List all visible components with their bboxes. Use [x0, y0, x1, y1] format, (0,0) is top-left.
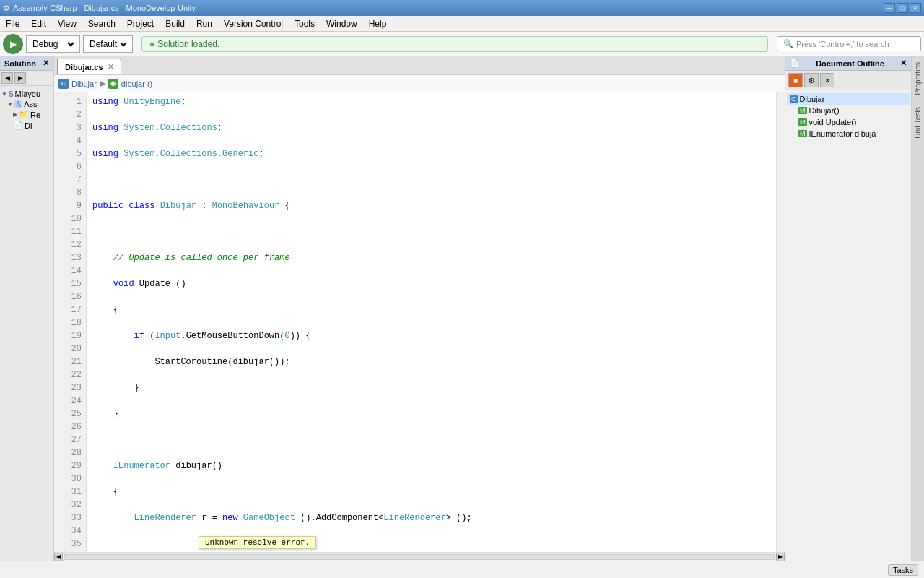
menu-run[interactable]: Run [191, 16, 218, 31]
title-icon: ⚙ [3, 4, 10, 13]
menu-window[interactable]: Window [321, 16, 363, 31]
code-editor[interactable]: 12345 678910 1112131415 1617181920 21222… [54, 92, 785, 552]
menu-search[interactable]: Search [82, 16, 121, 31]
hscroll-left[interactable]: ◀ [54, 553, 63, 561]
run-button[interactable] [3, 34, 23, 54]
nav-back[interactable]: ◀ [1, 72, 13, 84]
close-button[interactable]: ✕ [910, 3, 921, 13]
outline-item-dibujar-class[interactable]: C Dibujar [787, 93, 910, 105]
outline-header: 📄 Document Outline ✕ [785, 56, 911, 71]
tab-label: Dibujar.cs [65, 63, 103, 72]
editor-scrollbar[interactable] [776, 92, 785, 552]
nav-forward[interactable]: ▶ [14, 72, 26, 84]
line-numbers: 12345 678910 1112131415 1617181920 21222… [54, 92, 87, 552]
solution-panel: Solution ✕ ◀ ▶ ▼ S Mlayou ▼ A Ass ▶ 📁 Re [0, 56, 54, 561]
menu-project[interactable]: Project [121, 16, 160, 31]
tree-item-solution[interactable]: ▼ S Mlayou [1, 89, 52, 99]
vtab-properties[interactable]: Properties [912, 56, 923, 101]
tree-solution-label: Mlayou [15, 90, 40, 98]
outline-btn-3[interactable]: ✕ [820, 73, 834, 87]
outline-method-icon-3: M [798, 130, 807, 137]
debug-dropdown[interactable]: Debug Release [26, 35, 80, 53]
minimize-button[interactable]: ─ [884, 3, 895, 13]
outline-close-icon[interactable]: ✕ [900, 59, 907, 68]
menu-view[interactable]: View [52, 16, 82, 31]
sidebar-nav: ◀ ▶ [0, 71, 53, 86]
outline-item-dibujar[interactable]: M IEnumerator dibuja [787, 128, 910, 139]
outline-constructor-label: Dibujar() [809, 106, 840, 115]
outline-class-label: Dibujar [800, 95, 825, 103]
default-select[interactable]: Default [87, 38, 129, 50]
error-tooltip: Unknown resolve error. [199, 536, 316, 549]
solution-tree: ▼ S Mlayou ▼ A Ass ▶ 📁 Re 📄 Di [0, 86, 53, 134]
window-title: Assembly-CSharp - Dibujar.cs - MonoDevel… [13, 4, 196, 12]
outline-item-update[interactable]: M void Update() [787, 116, 910, 128]
tree-item-references[interactable]: ▶ 📁 Re [1, 109, 52, 120]
breadcrumb-bar: C Dibujar ▶ ◉ dibujar () [54, 75, 785, 92]
debug-select[interactable]: Debug Release [30, 38, 77, 50]
menu-build[interactable]: Build [160, 16, 191, 31]
outline-tree: C Dibujar M Dibujar() M void Update() M … [785, 90, 911, 142]
search-box[interactable]: 🔍 Press 'Control+,' to search [777, 36, 921, 51]
status-loaded: ● Solution loaded. [141, 36, 768, 52]
solution-header: Solution ✕ [0, 56, 53, 71]
hscroll-track[interactable] [64, 554, 775, 560]
editor-area: Dibujar.cs ✕ C Dibujar ▶ ◉ dibujar () 12… [54, 56, 785, 561]
vertical-tabs: Properties Unit Tests [911, 56, 924, 561]
toolbar: Debug Release Default ● Solution loaded.… [0, 32, 924, 56]
solution-label: Solution [4, 59, 36, 68]
tab-close-button[interactable]: ✕ [108, 63, 113, 71]
outline-btn-1[interactable]: ■ [788, 73, 803, 87]
tree-references-label: Re [30, 111, 40, 119]
menu-edit[interactable]: Edit [25, 16, 52, 31]
default-dropdown[interactable]: Default [83, 35, 133, 53]
tree-dibujar-label: Di [25, 121, 32, 130]
code-content[interactable]: using UnityEngine; using System.Collecti… [87, 92, 776, 552]
solution-close-icon[interactable]: ✕ [43, 59, 49, 68]
outline-class-icon: C [790, 95, 798, 103]
tree-item-dibujar[interactable]: 📄 Di [1, 120, 52, 131]
class-icon: C [58, 79, 69, 89]
menu-file[interactable]: File [0, 16, 25, 31]
horizontal-scrollbar[interactable]: ◀ ▶ [54, 552, 785, 561]
document-outline-panel: 📄 Document Outline ✕ ■ ⚙ ✕ C Dibujar M D… [785, 56, 911, 561]
tab-dibujar[interactable]: Dibujar.cs ✕ [57, 59, 121, 74]
search-placeholder: Press 'Control+,' to search [796, 40, 889, 48]
status-text: Solution loaded. [157, 39, 219, 49]
outline-method-icon-2: M [798, 118, 807, 126]
outline-header-label: Document Outline [816, 59, 884, 68]
menu-tools[interactable]: Tools [289, 16, 321, 31]
status-icon: ● [149, 39, 154, 49]
breadcrumb-method[interactable]: dibujar () [121, 79, 152, 88]
status-bar: Tasks [0, 561, 924, 578]
outline-item-constructor[interactable]: M Dibujar() [787, 105, 910, 116]
outline-btn-2[interactable]: ⚙ [804, 73, 819, 87]
menu-vcs[interactable]: Version Control [218, 16, 289, 31]
outline-update-label: void Update() [809, 118, 857, 126]
tab-bar: Dibujar.cs ✕ [54, 56, 785, 75]
vtab-unit-tests[interactable]: Unit Tests [912, 101, 923, 144]
tree-item-assembly[interactable]: ▼ A Ass [1, 99, 52, 109]
tree-assembly-label: Ass [24, 100, 37, 108]
title-bar: ⚙ Assembly-CSharp - Dibujar.cs - MonoDev… [0, 0, 924, 16]
outline-dibujar-label: IEnumerator dibuja [809, 129, 876, 138]
menu-bar: File Edit View Search Project Build Run … [0, 16, 924, 32]
tasks-button[interactable]: Tasks [888, 564, 918, 576]
hscroll-right[interactable]: ▶ [776, 553, 785, 561]
menu-help[interactable]: Help [363, 16, 393, 31]
outline-toolbar: ■ ⚙ ✕ [785, 71, 911, 90]
method-icon: ◉ [108, 79, 118, 89]
breadcrumb-class[interactable]: Dibujar [71, 79, 97, 88]
outline-method-icon-1: M [798, 107, 807, 114]
outline-header-icon: 📄 [790, 59, 800, 68]
maximize-button[interactable]: □ [897, 3, 908, 13]
search-icon: 🔍 [783, 39, 793, 48]
